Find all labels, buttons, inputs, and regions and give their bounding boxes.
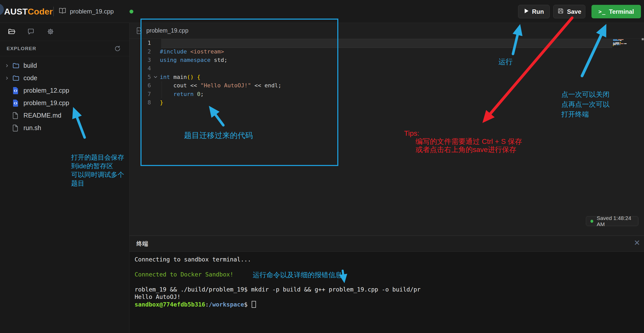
code-line-1[interactable]: 1 xyxy=(130,39,611,47)
save-icon xyxy=(557,8,564,16)
minimap-line xyxy=(613,40,641,41)
code-line-6[interactable]: 6 cout << "Hello AutoOJ!" << endl; xyxy=(130,81,611,90)
terminal-output[interactable]: Connecting to sandbox terminal...Connect… xyxy=(135,256,637,308)
terminal-text: Hello AutoOJ! xyxy=(135,294,181,300)
folder-icon xyxy=(12,74,23,82)
line-number: 4 xyxy=(130,65,151,72)
line-number: 2 xyxy=(130,48,151,55)
terminal-text: : xyxy=(205,301,209,308)
code-line-3[interactable]: 3using namespace std; xyxy=(130,56,611,64)
file-icon xyxy=(12,124,23,132)
explorer-header: EXPLORER xyxy=(0,41,129,56)
play-icon xyxy=(524,8,529,15)
run-button-label: Run xyxy=(532,8,544,15)
file-tree-item-problem-12-cpp[interactable]: problem_12.cpp xyxy=(0,84,129,97)
explorer-folder-icon[interactable] xyxy=(8,28,16,37)
line-number: 7 xyxy=(130,91,151,97)
refresh-icon[interactable] xyxy=(114,45,121,53)
chat-icon[interactable] xyxy=(27,28,35,36)
close-icon[interactable]: ✕ xyxy=(634,238,640,247)
terminal-text: /workspace xyxy=(209,301,244,308)
code-line-5[interactable]: 5int main() { xyxy=(130,73,611,81)
chevron-right-icon xyxy=(5,63,12,68)
save-button[interactable]: Save xyxy=(553,5,585,18)
terminal-line xyxy=(135,263,637,271)
minimap[interactable] xyxy=(613,39,641,46)
chevron-right-icon xyxy=(5,76,12,80)
code-line-8[interactable]: 8} xyxy=(130,98,611,107)
annotation-line: 打开的题目会保存 xyxy=(71,153,124,162)
line-number: 5 xyxy=(130,74,151,80)
topbar-divider xyxy=(53,7,54,16)
code-file-icon xyxy=(136,27,142,35)
top-bar: AUSTCoder problem_19.cpp Run Save >_ Ter… xyxy=(0,0,644,23)
editor-tab-bar: problem_19.cpp xyxy=(130,23,644,38)
saved-badge: Saved 1:48:24 AM xyxy=(586,216,638,226)
terminal-text: sandbox@774efdb5b316 xyxy=(135,301,205,308)
file-label: README.md xyxy=(23,112,61,119)
minimap-line xyxy=(613,44,641,45)
book-icon xyxy=(59,8,66,15)
annotation-sidebar-note: 打开的题目会保存 到ide的暂存区 可以同时调试多个 题目 xyxy=(71,153,124,188)
editor-scrollbar-thumb[interactable] xyxy=(642,38,644,40)
terminal-prompt-icon: >_ xyxy=(598,9,606,15)
code-area[interactable]: 12#include <iostream>3using namespace st… xyxy=(130,39,611,107)
cpp-icon xyxy=(12,87,23,94)
code-line-2[interactable]: 2#include <iostream> xyxy=(130,47,611,55)
code-text: int main() { xyxy=(160,74,200,80)
app-window: AUSTCoder problem_19.cpp Run Save >_ Ter… xyxy=(0,0,644,333)
code-text: } xyxy=(160,99,163,106)
explorer-label: EXPLORER xyxy=(7,41,36,56)
indent-guide xyxy=(162,81,162,98)
code-line-7[interactable]: 7 return 0; xyxy=(130,90,611,98)
file-tree-item-code[interactable]: code xyxy=(0,72,129,84)
terminal-line: Connecting to sandbox terminal... xyxy=(135,256,637,263)
sidebar-nav xyxy=(0,23,129,41)
app-logo: AUSTCoder xyxy=(4,0,53,23)
saved-badge-dot xyxy=(590,220,593,223)
editor-tab-label[interactable]: problem_19.cpp xyxy=(146,23,188,38)
terminal-line: Hello AutoOJ! xyxy=(135,293,637,301)
minimap-line xyxy=(613,45,641,46)
terminal-text: roblem_19 && ./build/problem_19$ mkdir -… xyxy=(135,286,421,293)
file-tree-item-problem-19-cpp[interactable]: problem_19.cpp xyxy=(0,97,129,109)
saved-status-dot xyxy=(130,10,133,13)
fold-chevron-icon[interactable] xyxy=(151,74,160,79)
minimap-line xyxy=(613,39,641,40)
folder-icon xyxy=(12,62,23,69)
line-number: 3 xyxy=(130,57,151,63)
annotation-line: 可以同时调试多个 xyxy=(71,170,124,179)
terminal-title: 终端 xyxy=(136,236,148,252)
file-label: problem_19.cpp xyxy=(23,99,69,107)
code-text: using namespace std; xyxy=(160,57,227,63)
avatar[interactable] xyxy=(0,4,4,15)
terminal-panel: 终端 ✕ Connecting to sandbox terminal...Co… xyxy=(130,235,644,333)
run-button[interactable]: Run xyxy=(518,5,550,18)
terminal-text: $ xyxy=(244,301,251,308)
file-tree-item-run-sh[interactable]: run.sh xyxy=(0,122,129,134)
file-icon xyxy=(12,112,23,119)
terminal-line: sandbox@774efdb5b316:/workspace$ xyxy=(135,301,637,308)
terminal-line xyxy=(135,278,637,286)
file-tree-item-build[interactable]: build xyxy=(0,59,129,72)
terminal-button[interactable]: >_ Terminal xyxy=(591,5,641,18)
line-number: 6 xyxy=(130,82,151,89)
terminal-cursor xyxy=(252,301,256,308)
minimap-line xyxy=(613,41,641,42)
annotation-line: 题目 xyxy=(71,179,124,188)
file-label: run.sh xyxy=(23,124,41,132)
code-text: cout << "Hello AutoOJ!" << endl; xyxy=(160,82,281,89)
saved-badge-text: Saved 1:48:24 AM xyxy=(597,215,638,227)
file-label: build xyxy=(23,62,37,69)
line-number: 1 xyxy=(130,40,151,46)
settings-gear-icon[interactable] xyxy=(47,28,54,36)
terminal-text: Connecting to sandbox terminal... xyxy=(135,256,251,263)
terminal-text: Connected to Docker Sandbox! xyxy=(135,271,234,278)
terminal-header: 终端 ✕ xyxy=(130,236,644,252)
code-line-4[interactable]: 4 xyxy=(130,64,611,73)
code-text: return 0; xyxy=(160,91,204,97)
file-tree-item-readme-md[interactable]: README.md xyxy=(0,109,129,122)
save-button-label: Save xyxy=(567,8,581,15)
sidebar: EXPLORER buildcodeproblem_12.cppproblem_… xyxy=(0,23,130,333)
logo-text-coder: Coder xyxy=(28,7,53,17)
